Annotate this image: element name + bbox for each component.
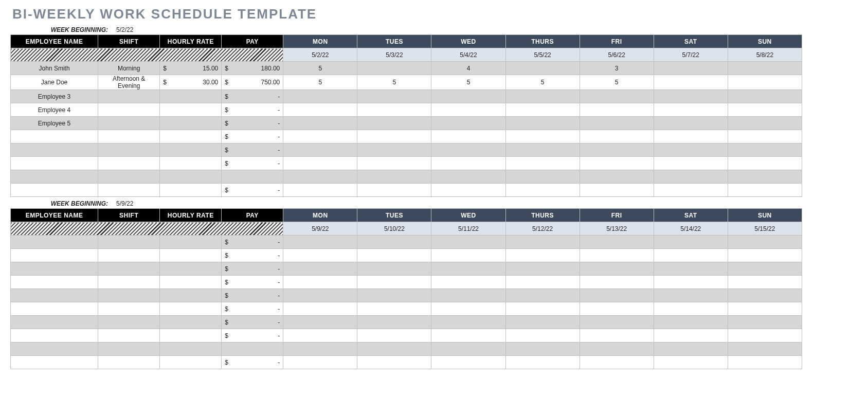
hours-cell[interactable]: [505, 117, 580, 130]
pay-cell[interactable]: $-: [222, 130, 283, 143]
hours-cell[interactable]: [580, 342, 654, 356]
pay-cell[interactable]: $-: [222, 117, 283, 130]
hours-cell[interactable]: [728, 249, 802, 262]
date-cell[interactable]: 5/15/22: [728, 222, 802, 236]
hours-cell[interactable]: [728, 103, 802, 117]
date-cell[interactable]: 5/10/22: [357, 222, 431, 236]
hours-cell[interactable]: [431, 117, 505, 130]
hours-cell[interactable]: [505, 184, 580, 197]
hours-cell[interactable]: [654, 236, 728, 249]
hours-cell[interactable]: [505, 90, 580, 103]
hours-cell[interactable]: [431, 289, 505, 302]
hours-cell[interactable]: [728, 143, 802, 157]
date-cell[interactable]: 5/9/22: [283, 222, 357, 236]
hours-cell[interactable]: [728, 90, 802, 103]
shift-cell[interactable]: [98, 103, 160, 117]
hours-cell[interactable]: [728, 329, 802, 342]
hours-cell[interactable]: 5: [357, 75, 431, 90]
hours-cell[interactable]: [580, 90, 654, 103]
hours-cell[interactable]: [283, 329, 357, 342]
hours-cell[interactable]: [431, 276, 505, 289]
pay-cell[interactable]: $-: [222, 289, 283, 302]
hourly-rate-cell[interactable]: [160, 157, 222, 170]
hours-cell[interactable]: [431, 170, 505, 184]
shift-cell[interactable]: [98, 157, 160, 170]
hours-cell[interactable]: [728, 262, 802, 276]
shift-cell[interactable]: [98, 184, 160, 197]
shift-cell[interactable]: [98, 342, 160, 356]
employee-name-cell[interactable]: [11, 329, 98, 342]
hours-cell[interactable]: [654, 302, 728, 316]
hours-cell[interactable]: [357, 103, 431, 117]
hours-cell[interactable]: [283, 316, 357, 329]
hours-cell[interactable]: [505, 289, 580, 302]
shift-cell[interactable]: [98, 262, 160, 276]
hours-cell[interactable]: [654, 90, 728, 103]
week-beginning-date[interactable]: 5/2/22: [111, 26, 133, 33]
hours-cell[interactable]: [654, 329, 728, 342]
employee-name-cell[interactable]: [11, 316, 98, 329]
employee-name-cell[interactable]: [11, 289, 98, 302]
shift-cell[interactable]: [98, 249, 160, 262]
date-cell[interactable]: 5/5/22: [505, 48, 580, 62]
hours-cell[interactable]: [505, 276, 580, 289]
hours-cell[interactable]: [357, 289, 431, 302]
pay-cell[interactable]: $-: [222, 249, 283, 262]
hours-cell[interactable]: [283, 236, 357, 249]
hours-cell[interactable]: [580, 236, 654, 249]
hours-cell[interactable]: [580, 316, 654, 329]
hours-cell[interactable]: [357, 276, 431, 289]
hours-cell[interactable]: [283, 170, 357, 184]
hourly-rate-cell[interactable]: [160, 342, 222, 356]
hours-cell[interactable]: [431, 249, 505, 262]
hourly-rate-cell[interactable]: [160, 329, 222, 342]
pay-cell[interactable]: $-: [222, 316, 283, 329]
hours-cell[interactable]: [728, 157, 802, 170]
hours-cell[interactable]: [505, 236, 580, 249]
hours-cell[interactable]: [283, 103, 357, 117]
hours-cell[interactable]: [728, 130, 802, 143]
shift-cell[interactable]: [98, 143, 160, 157]
employee-name-cell[interactable]: [11, 184, 98, 197]
hours-cell[interactable]: [505, 62, 580, 75]
pay-cell[interactable]: [222, 170, 283, 184]
hours-cell[interactable]: 4: [431, 62, 505, 75]
pay-cell[interactable]: $-: [222, 184, 283, 197]
hours-cell[interactable]: [431, 157, 505, 170]
hours-cell[interactable]: [357, 249, 431, 262]
employee-name-cell[interactable]: [11, 249, 98, 262]
hours-cell[interactable]: [580, 249, 654, 262]
hourly-rate-cell[interactable]: [160, 130, 222, 143]
hourly-rate-cell[interactable]: [160, 276, 222, 289]
hours-cell[interactable]: [654, 130, 728, 143]
shift-cell[interactable]: [98, 276, 160, 289]
hours-cell[interactable]: [283, 356, 357, 369]
hours-cell[interactable]: [580, 184, 654, 197]
shift-cell[interactable]: [98, 130, 160, 143]
employee-name-cell[interactable]: Employee 4: [11, 103, 98, 117]
pay-cell[interactable]: $-: [222, 90, 283, 103]
hours-cell[interactable]: [728, 75, 802, 90]
hours-cell[interactable]: [283, 143, 357, 157]
employee-name-cell[interactable]: [11, 143, 98, 157]
employee-name-cell[interactable]: [11, 236, 98, 249]
hourly-rate-cell[interactable]: [160, 249, 222, 262]
hours-cell[interactable]: [580, 289, 654, 302]
shift-cell[interactable]: [98, 170, 160, 184]
hours-cell[interactable]: [505, 143, 580, 157]
hours-cell[interactable]: [431, 130, 505, 143]
hours-cell[interactable]: [654, 157, 728, 170]
date-cell[interactable]: 5/12/22: [505, 222, 580, 236]
date-cell[interactable]: 5/2/22: [283, 48, 357, 62]
hours-cell[interactable]: [580, 356, 654, 369]
hours-cell[interactable]: [431, 90, 505, 103]
hours-cell[interactable]: 5: [283, 75, 357, 90]
shift-cell[interactable]: [98, 356, 160, 369]
employee-name-cell[interactable]: [11, 302, 98, 316]
hours-cell[interactable]: 5: [283, 62, 357, 75]
employee-name-cell[interactable]: [11, 262, 98, 276]
hours-cell[interactable]: [283, 117, 357, 130]
hours-cell[interactable]: [728, 62, 802, 75]
hours-cell[interactable]: [283, 90, 357, 103]
hours-cell[interactable]: [357, 157, 431, 170]
